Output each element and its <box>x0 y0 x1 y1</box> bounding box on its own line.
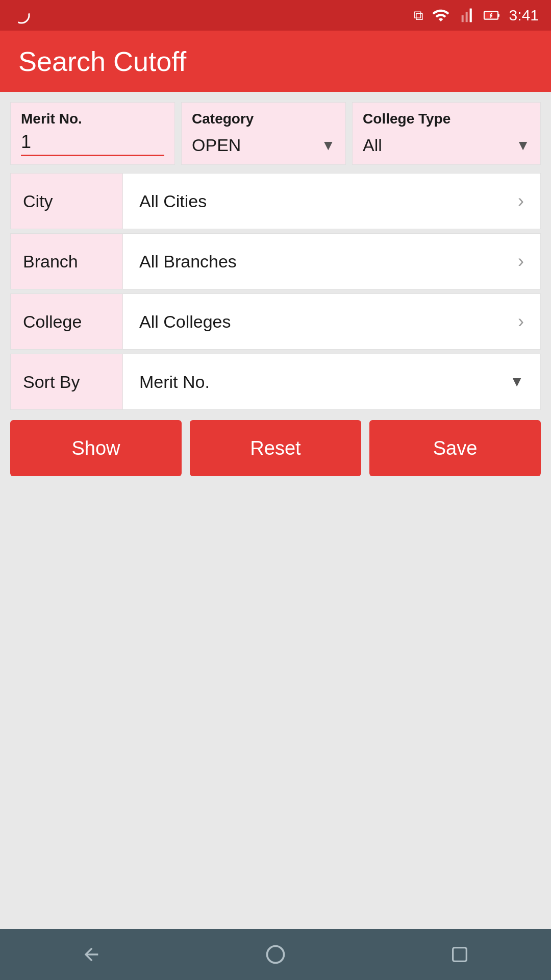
status-time: 3:41 <box>509 7 539 24</box>
branch-value-cell[interactable]: All Branches › <box>123 234 540 289</box>
signal-icon <box>458 6 474 24</box>
category-label: Category <box>192 111 335 127</box>
top-row: Merit No. Category OPEN ▼ College Type A… <box>10 102 541 165</box>
college-type-arrow-icon: ▼ <box>516 137 530 154</box>
battery-icon <box>483 6 501 24</box>
city-row[interactable]: City All Cities › <box>10 173 541 229</box>
college-chevron-icon: › <box>518 311 524 332</box>
reset-button[interactable]: Reset <box>190 420 361 476</box>
vibrate-icon: ⧉ <box>414 8 423 23</box>
college-type-label: College Type <box>363 111 530 127</box>
filter-rows: City All Cities › Branch All Branches › … <box>10 173 541 410</box>
svg-rect-8 <box>453 948 466 962</box>
sort-by-label-cell: Sort By <box>11 354 123 409</box>
svg-rect-3 <box>498 14 499 17</box>
status-bar-right: ⧉ 3:41 <box>414 6 539 24</box>
sort-by-arrow-icon: ▼ <box>510 374 524 390</box>
merit-no-cell: Merit No. <box>10 102 175 165</box>
college-type-cell[interactable]: College Type All ▼ <box>352 102 541 165</box>
category-dropdown[interactable]: OPEN ▼ <box>192 131 335 155</box>
category-value: OPEN <box>192 135 241 155</box>
category-arrow-icon: ▼ <box>321 137 335 154</box>
action-buttons: Show Reset Save <box>10 420 541 476</box>
main-content: Merit No. Category OPEN ▼ College Type A… <box>0 92 551 486</box>
wifi-icon <box>432 6 450 24</box>
merit-no-label: Merit No. <box>21 111 164 127</box>
college-row[interactable]: College All Colleges › <box>10 293 541 350</box>
svg-point-7 <box>267 946 284 963</box>
city-label-cell: City <box>11 174 123 229</box>
college-type-value: All <box>363 135 382 155</box>
home-icon <box>264 943 287 966</box>
merit-no-input[interactable] <box>21 131 164 156</box>
svg-point-0 <box>14 8 29 23</box>
branch-row[interactable]: Branch All Branches › <box>10 233 541 289</box>
city-chevron-icon: › <box>518 190 524 212</box>
page-title: Search Cutoff <box>18 45 186 77</box>
branch-chevron-icon: › <box>518 251 524 272</box>
city-value-cell[interactable]: All Cities › <box>123 174 540 229</box>
college-label-cell: College <box>11 294 123 349</box>
college-value-cell[interactable]: All Colleges › <box>123 294 540 349</box>
college-type-dropdown[interactable]: All ▼ <box>363 131 530 155</box>
city-label: City <box>23 191 53 211</box>
sort-by-row[interactable]: Sort By Merit No. ▼ <box>10 354 541 410</box>
nav-recents-button[interactable] <box>449 944 470 965</box>
status-bar: ⧉ 3:41 <box>0 0 551 31</box>
back-icon <box>81 944 102 965</box>
loading-icon <box>12 6 31 24</box>
sort-by-label: Sort By <box>23 372 80 392</box>
status-bar-left <box>12 6 31 24</box>
branch-value: All Branches <box>139 252 237 272</box>
nav-back-button[interactable] <box>81 944 102 965</box>
category-cell[interactable]: Category OPEN ▼ <box>181 102 346 165</box>
show-button[interactable]: Show <box>10 420 182 476</box>
city-value: All Cities <box>139 191 207 211</box>
college-label: College <box>23 312 82 332</box>
branch-label-cell: Branch <box>11 234 123 289</box>
nav-home-button[interactable] <box>264 943 287 966</box>
save-button[interactable]: Save <box>369 420 541 476</box>
app-bar: Search Cutoff <box>0 31 551 92</box>
college-value: All Colleges <box>139 312 231 332</box>
sort-by-value-cell[interactable]: Merit No. ▼ <box>123 354 540 409</box>
nav-bar <box>0 929 551 980</box>
recents-icon <box>449 944 470 965</box>
branch-label: Branch <box>23 252 78 272</box>
sort-by-value: Merit No. <box>139 372 210 392</box>
